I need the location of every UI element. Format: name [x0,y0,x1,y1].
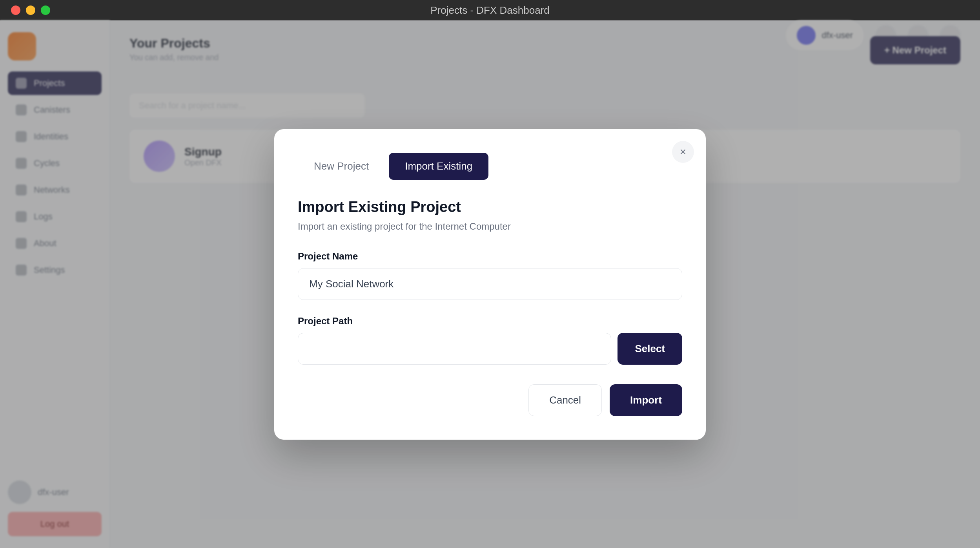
project-name-field-group: Project Name [298,251,682,300]
project-name-label: Project Name [298,251,682,262]
dialog-heading: Import Existing Project [298,199,682,216]
select-path-button[interactable]: Select [618,333,682,365]
dialog-tabs: New Project Import Existing [298,153,682,180]
close-button[interactable] [11,5,20,15]
import-button[interactable]: Import [610,384,682,416]
dialog-subheading: Import an existing project for the Inter… [298,221,682,232]
tab-new-project[interactable]: New Project [298,153,385,180]
window-title: Projects - DFX Dashboard [430,4,549,16]
project-path-input[interactable] [298,333,611,365]
cancel-button[interactable]: Cancel [528,384,602,416]
app-container: Projects Canisters Identities Cycles Net… [0,20,980,548]
maximize-button[interactable] [41,5,50,15]
path-row: Select [298,333,682,365]
minimize-button[interactable] [26,5,35,15]
traffic-lights [11,5,50,15]
project-path-field-group: Project Path Select [298,316,682,365]
dialog-actions: Cancel Import [298,384,682,416]
project-path-label: Project Path [298,316,682,327]
modal-overlay: × New Project Import Existing Import Exi… [0,20,980,548]
titlebar: Projects - DFX Dashboard [0,0,980,20]
close-dialog-button[interactable]: × [672,141,694,163]
tab-import-existing[interactable]: Import Existing [389,153,488,180]
dialog: × New Project Import Existing Import Exi… [274,129,706,440]
project-name-input[interactable] [298,268,682,300]
close-icon: × [680,146,686,158]
